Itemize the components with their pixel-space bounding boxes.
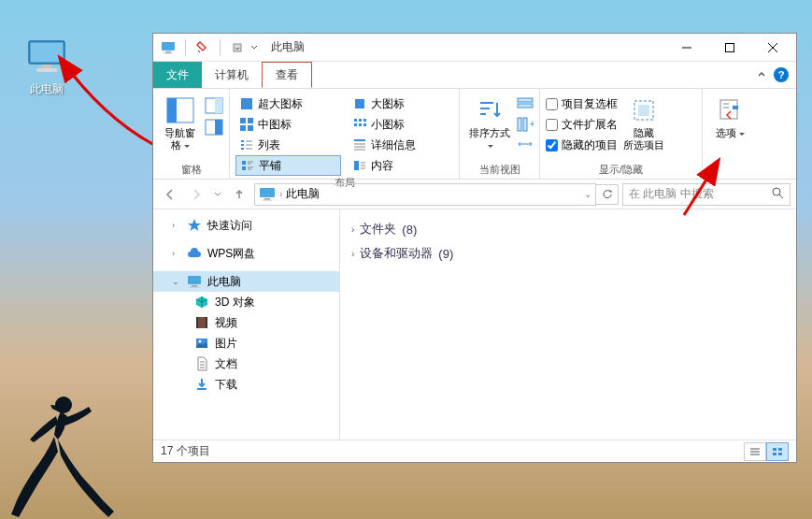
minimize-button[interactable]	[665, 34, 708, 62]
layout-details[interactable]: 详细信息	[349, 135, 454, 155]
svg-rect-29	[359, 123, 362, 126]
wallpaper-runner	[9, 388, 121, 519]
layout-medium[interactable]: 中图标	[235, 114, 341, 135]
back-button[interactable]	[159, 183, 181, 206]
layout-tiles[interactable]: 平铺	[235, 155, 341, 176]
search-placeholder: 在 此电脑 中搜索	[629, 186, 714, 202]
qat-separator	[185, 39, 186, 56]
svg-rect-31	[241, 140, 244, 142]
qat-properties-icon[interactable]	[195, 40, 210, 55]
refresh-button[interactable]	[596, 184, 619, 205]
svg-text:+: +	[530, 119, 534, 129]
svg-rect-64	[264, 198, 270, 200]
app-icon	[161, 40, 176, 55]
image-icon	[194, 336, 209, 351]
svg-point-75	[199, 340, 202, 343]
nav-quick-access[interactable]: › 快速访问	[153, 215, 339, 236]
hidden-items-toggle[interactable]: 隐藏的项目	[546, 135, 618, 155]
explorer-window: 此电脑 文件 计算机 查看 ?	[152, 33, 797, 463]
history-dropdown[interactable]	[211, 183, 224, 206]
options-button[interactable]: 选项	[708, 94, 751, 141]
breadcrumb-dropdown[interactable]: ⌄	[584, 189, 591, 199]
add-columns-icon[interactable]: +	[517, 117, 534, 135]
help-icon[interactable]: ?	[774, 67, 789, 82]
tab-file[interactable]: 文件	[153, 62, 202, 88]
chevron-right-icon: ›	[172, 249, 181, 258]
group-by-icon[interactable]	[517, 97, 534, 115]
layout-content[interactable]: 内容	[349, 155, 454, 176]
svg-rect-44	[242, 166, 246, 170]
svg-rect-2	[42, 65, 51, 68]
svg-rect-14	[167, 98, 177, 123]
breadcrumb[interactable]: › 此电脑 ⌄	[254, 183, 596, 206]
nav-3d-objects[interactable]: 3D 对象	[153, 292, 339, 312]
navigation-pane-button[interactable]: 导航窗格	[159, 94, 201, 153]
qat-dropdown-icon[interactable]	[230, 40, 245, 55]
monitor-icon	[187, 274, 202, 289]
star-icon	[187, 218, 202, 233]
details-pane-icon[interactable]	[205, 119, 223, 138]
tab-view[interactable]: 查看	[262, 62, 312, 88]
svg-rect-22	[248, 118, 253, 123]
view-details-button[interactable]	[744, 442, 766, 461]
svg-rect-65	[263, 199, 272, 200]
svg-rect-83	[773, 448, 776, 451]
svg-rect-68	[188, 276, 201, 284]
nav-wps[interactable]: › WPS网盘	[153, 243, 339, 264]
preview-pane-icon[interactable]	[205, 97, 223, 117]
layout-large[interactable]: 大图标	[349, 94, 454, 114]
content-pane[interactable]: › 文件夹 (8) › 设备和驱动器 (9)	[340, 209, 796, 440]
sort-by-button[interactable]: 排序方式	[465, 94, 513, 153]
desktop-this-pc-icon[interactable]: 此电脑	[19, 39, 75, 97]
maximize-button[interactable]	[708, 34, 751, 62]
svg-rect-3	[36, 68, 57, 72]
ribbon-collapse-icon[interactable]	[757, 66, 766, 83]
view-tiles-button[interactable]	[766, 442, 789, 461]
ribbon: 导航窗格 窗格 超大图标 大图标 中图标 小图标 列表 详细信息 平铺	[153, 88, 796, 180]
svg-rect-25	[354, 119, 357, 122]
svg-rect-5	[162, 42, 175, 50]
svg-rect-57	[523, 118, 527, 131]
desktop-icon-label: 此电脑	[19, 81, 75, 97]
nav-downloads[interactable]: 下载	[153, 374, 339, 395]
navigation-pane[interactable]: › 快速访问 › WPS网盘 ⌄ 此电脑 3D 对象 视频	[153, 209, 340, 440]
search-icon	[771, 186, 784, 202]
cube-icon	[194, 295, 209, 310]
layout-list[interactable]: 列表	[235, 135, 341, 155]
breadcrumb-this-pc[interactable]: 此电脑	[286, 186, 320, 202]
svg-rect-21	[240, 118, 246, 123]
hide-selected-button[interactable]: 隐藏所选项目	[621, 94, 666, 153]
nav-this-pc[interactable]: ⌄ 此电脑	[153, 271, 339, 292]
svg-rect-69	[192, 285, 197, 287]
svg-rect-60	[638, 105, 649, 116]
nav-pictures[interactable]: 图片	[153, 333, 339, 353]
svg-rect-63	[260, 188, 275, 197]
svg-rect-72	[196, 317, 198, 328]
svg-rect-54	[518, 98, 533, 102]
nav-documents[interactable]: 文档	[153, 353, 339, 374]
svg-rect-32	[241, 144, 244, 146]
qat-caret-icon[interactable]	[250, 40, 258, 55]
monitor-icon	[27, 39, 66, 75]
tab-computer[interactable]: 计算机	[202, 62, 262, 88]
file-extensions-toggle[interactable]: 文件扩展名	[546, 114, 618, 135]
status-bar: 17 个项目	[153, 440, 796, 462]
content-group-folders[interactable]: › 文件夹 (8)	[351, 217, 785, 241]
svg-rect-73	[206, 317, 207, 328]
search-input[interactable]: 在 此电脑 中搜索	[622, 183, 791, 206]
layout-extra-large[interactable]: 超大图标	[235, 94, 341, 114]
svg-point-66	[773, 188, 780, 195]
content-group-devices[interactable]: › 设备和驱动器 (9)	[351, 241, 785, 266]
film-icon	[194, 315, 209, 330]
forward-button[interactable]	[185, 183, 207, 206]
up-button[interactable]	[228, 183, 250, 206]
nav-videos[interactable]: 视频	[153, 312, 339, 333]
item-checkboxes-toggle[interactable]: 项目复选框	[546, 94, 618, 114]
svg-rect-62	[733, 106, 738, 109]
size-columns-icon[interactable]	[517, 137, 534, 154]
layout-small[interactable]: 小图标	[349, 114, 454, 135]
svg-rect-18	[215, 120, 222, 135]
group-label-options	[708, 166, 751, 179]
close-button[interactable]	[751, 34, 794, 62]
ribbon-tabs: 文件 计算机 查看 ?	[153, 62, 796, 88]
